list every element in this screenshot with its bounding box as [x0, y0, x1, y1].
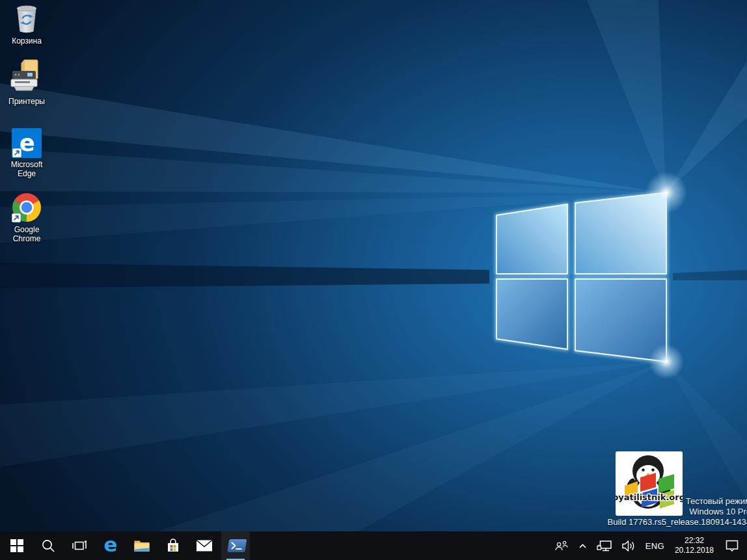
system-tray: ENG 22:32 20.12.2018	[549, 531, 747, 560]
file-explorer-button[interactable]	[128, 531, 156, 560]
test-mode-watermark: Тестовый режим Windows 10 Pro Build 1776…	[575, 496, 747, 527]
volume-button[interactable]	[617, 531, 641, 560]
desktop-icon-label: Microsoft Edge	[1, 160, 52, 178]
desktop-icon-microsoft-edge[interactable]: e Microsoft Edge	[1, 128, 52, 178]
watermark-line-2: Windows 10 Pro	[575, 507, 747, 517]
desktop-icon-printers[interactable]: Принтеры	[1, 59, 52, 106]
action-center-button[interactable]	[720, 531, 744, 560]
search-icon	[41, 539, 55, 553]
windows-desktop: { "desktop": { "icons": [ { "name": "rec…	[0, 0, 747, 560]
volume-icon	[621, 540, 636, 552]
recycle-bin-icon	[11, 3, 42, 34]
mail-button[interactable]	[190, 531, 219, 560]
desktop-icon-google-chrome[interactable]: Google Chrome	[1, 192, 52, 243]
desktop-icon-label: Корзина	[12, 36, 42, 46]
google-chrome-icon	[11, 192, 42, 223]
desktop-icon-label: Принтеры	[8, 97, 45, 106]
people-icon	[554, 540, 569, 552]
language-indicator[interactable]: ENG	[641, 531, 669, 560]
taskbar-clock[interactable]: 22:32 20.12.2018	[669, 531, 720, 560]
shortcut-arrow-badge	[13, 149, 21, 157]
store-button[interactable]	[159, 531, 187, 560]
shortcut-arrow-badge	[12, 214, 21, 222]
svg-text:e: e	[20, 130, 35, 156]
edge-taskbar-button[interactable]: e	[96, 531, 125, 560]
network-button[interactable]	[592, 531, 617, 560]
microsoft-edge-icon: e	[12, 128, 42, 158]
taskbar-app-buttons: e	[0, 531, 250, 560]
show-hidden-icons-button[interactable]	[573, 531, 592, 560]
desktop-icon-label: Google Chrome	[1, 225, 52, 243]
task-view-button[interactable]	[65, 531, 94, 560]
clock-time: 22:32	[685, 536, 704, 546]
powershell-icon	[224, 537, 247, 555]
desktop-icon-recycle-bin[interactable]: Корзина	[1, 3, 52, 46]
start-button[interactable]	[3, 531, 31, 560]
action-center-icon	[724, 539, 740, 553]
printers-icon	[8, 59, 45, 95]
task-view-icon	[72, 539, 87, 553]
people-button[interactable]	[549, 531, 573, 560]
store-icon	[165, 537, 181, 554]
windows-logo-icon	[10, 539, 24, 553]
search-button[interactable]	[34, 531, 62, 560]
edge-icon: e	[103, 535, 117, 555]
powershell-button[interactable]	[221, 531, 250, 560]
clock-date: 20.12.2018	[675, 546, 714, 555]
ethernet-icon	[597, 540, 612, 552]
chevron-up-icon	[578, 541, 588, 551]
watermark-line-1: Тестовый режим	[575, 496, 747, 507]
watermark-line-3: Build 17763.rs5_release.180914-1434	[575, 517, 747, 527]
mail-icon	[196, 539, 213, 552]
file-explorer-icon	[133, 539, 150, 553]
taskbar: e	[0, 531, 747, 560]
